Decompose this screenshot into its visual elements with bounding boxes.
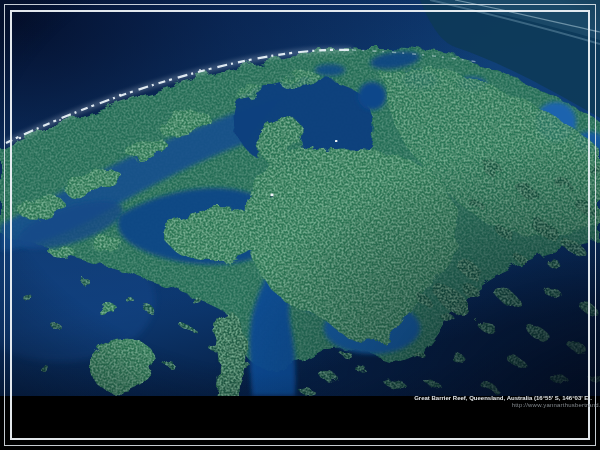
reef-photo	[0, 0, 600, 396]
photo-caption: Great Barrier Reef, Queensland, Australi…	[414, 394, 592, 409]
caption-location: Great Barrier Reef, Queensland, Australi…	[414, 394, 592, 402]
caption-url: http://www.yannarthusbertrand.org	[414, 402, 600, 409]
reef-photo-canvas	[0, 0, 600, 396]
vignette	[0, 0, 600, 396]
wallpaper: Great Barrier Reef, Queensland, Australi…	[0, 0, 600, 450]
